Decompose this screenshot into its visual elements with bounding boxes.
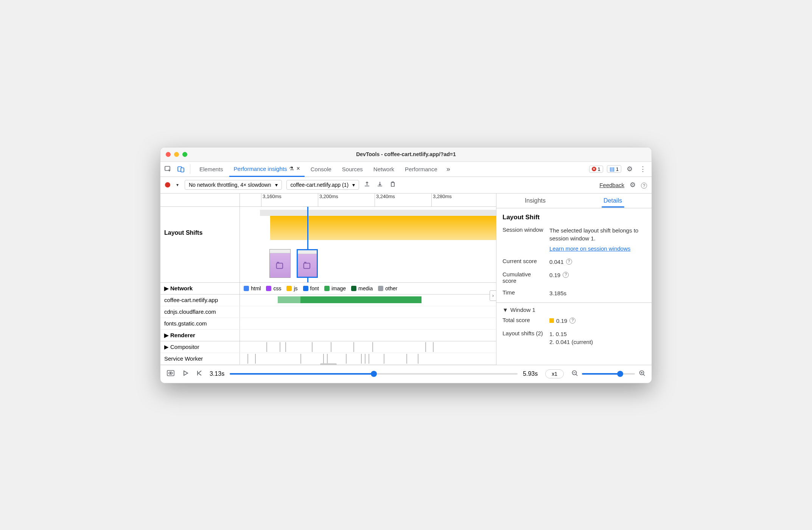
time-range-slider[interactable]: 3.13s 5.93s [210, 370, 538, 377]
delete-icon[interactable] [389, 181, 396, 189]
sidebar-tab-insights[interactable]: Insights [496, 194, 574, 208]
total-score-value: 0.19 [556, 317, 567, 325]
current-score-value: 0.041 [549, 258, 564, 266]
score-color-swatch [549, 318, 554, 323]
close-window-button[interactable] [166, 152, 171, 157]
throttling-select[interactable]: No network throttling, 4× slowdown▾ [185, 180, 282, 190]
renderer-row[interactable]: Service Worker [160, 353, 496, 365]
window-title: DevTools - coffee-cart.netlify.app/?ad=1 [356, 151, 456, 157]
details-panel: Insights Details Layout Shift Session wi… [496, 194, 652, 365]
zoom-window-button[interactable] [182, 152, 187, 157]
errors-badge[interactable]: ✕1 [589, 166, 603, 173]
tab-sources[interactable]: Sources [338, 161, 367, 177]
experiment-icon: ⚗ [289, 166, 294, 172]
layout-shifts-row: Layout Shifts [160, 207, 496, 283]
network-header-row: ▶ Network html css js font image media o… [160, 283, 496, 294]
learn-more-link[interactable]: Learn more on session windows [549, 245, 630, 253]
tab-performance[interactable]: Performance [400, 161, 442, 177]
skip-back-icon[interactable] [196, 370, 202, 378]
export-icon[interactable] [364, 181, 370, 189]
tab-network[interactable]: Network [369, 161, 399, 177]
tab-console[interactable]: Console [306, 161, 336, 177]
zoom-slider[interactable] [582, 373, 635, 375]
network-host-label: cdnjs.cloudflare.com [160, 306, 240, 318]
renderer-header-row: ▶ Renderer [160, 330, 496, 341]
settings-icon[interactable]: ⚙ [625, 165, 634, 173]
time-label: Time [502, 289, 544, 296]
current-score-label: Current score [502, 258, 544, 264]
close-tab-icon[interactable]: × [296, 165, 300, 172]
renderer-row[interactable]: ▶ Compositor [160, 341, 496, 353]
svg-rect-2 [181, 168, 184, 172]
renderer-row-label[interactable]: ▶ Compositor [160, 341, 240, 353]
layout-shifts-track[interactable] [240, 207, 496, 282]
panel-settings-icon[interactable]: ⚙ [630, 181, 636, 189]
playback-footer: 3.13s 5.93s x1 [160, 365, 652, 383]
session-window-bar [270, 216, 496, 240]
play-icon[interactable] [182, 370, 188, 378]
zoom-in-icon[interactable] [639, 370, 646, 378]
device-toolbar-icon[interactable] [177, 165, 185, 173]
session-window-value: The selected layout shift belongs to ses… [549, 226, 646, 253]
sidebar-tabs: Insights Details [496, 194, 652, 208]
target-select[interactable]: coffee-cart.netlify.app (1)▾ [286, 180, 359, 190]
legend-other: other [385, 285, 397, 291]
legend-font: font [310, 285, 319, 291]
import-icon[interactable] [376, 181, 383, 189]
ruler-tick: 3,280ms [431, 194, 452, 206]
svg-rect-3 [277, 263, 283, 268]
zoom-out-icon[interactable] [571, 370, 578, 378]
devtools-tabs-row: Elements Performance insights ⚗ × Consol… [160, 162, 652, 177]
network-host-row[interactable]: coffee-cart.netlify.app [160, 294, 496, 306]
sidebar-tab-details[interactable]: Details [574, 194, 652, 208]
cumulative-score-value: 0.19 [549, 271, 560, 279]
time-ruler[interactable]: 3,160ms 3,200ms 3,240ms 3,280ms [240, 194, 496, 206]
minimize-window-button[interactable] [174, 152, 179, 157]
legend-image: image [331, 285, 346, 291]
resize-handle[interactable] [320, 363, 337, 365]
layout-shift-item[interactable]: 1. 0.15 [549, 330, 646, 338]
traffic-lights [166, 152, 187, 157]
record-menu-caret[interactable]: ▾ [175, 182, 180, 188]
network-host-label: coffee-cart.netlify.app [160, 294, 240, 306]
legend-css: css [273, 285, 281, 291]
svg-rect-4 [304, 263, 310, 268]
timeline-panel: 3,160ms 3,200ms 3,240ms 3,280ms Layout S… [160, 194, 496, 365]
titlebar: DevTools - coffee-cart.netlify.app/?ad=1 [160, 147, 652, 162]
network-host-row[interactable]: cdnjs.cloudflare.com [160, 306, 496, 318]
session-window-label: Session window [502, 226, 544, 233]
help-icon[interactable]: ? [569, 318, 576, 324]
window-1-toggle[interactable]: ▼ Window 1 [502, 307, 646, 313]
legend-js: js [294, 285, 297, 291]
inspect-element-icon[interactable] [164, 165, 172, 173]
help-icon[interactable]: ? [566, 259, 572, 265]
tab-performance-insights[interactable]: Performance insights ⚗ × [229, 162, 305, 177]
layout-shift-thumb-1[interactable] [269, 249, 291, 278]
layout-shift-thumb-2-selected[interactable] [297, 249, 318, 278]
cumulative-score-label: Cumulative score [502, 271, 544, 284]
more-tabs-button[interactable]: » [443, 165, 453, 173]
messages-badge[interactable]: ▤1 [607, 165, 621, 173]
layout-shifts-count-label: Layout shifts (2) [502, 330, 544, 336]
help-icon[interactable]: ? [641, 181, 647, 189]
network-section-toggle[interactable]: ▶ Network [160, 283, 240, 294]
range-end-label: 5.93s [523, 370, 538, 377]
legend-media: media [358, 285, 373, 291]
playback-speed-pill[interactable]: x1 [545, 369, 564, 378]
ruler-tick: 3,160ms [261, 194, 282, 206]
help-icon[interactable]: ? [563, 272, 569, 278]
more-options-icon[interactable]: ⋮ [638, 165, 648, 173]
range-start-label: 3.13s [210, 370, 224, 377]
record-button[interactable] [165, 182, 170, 188]
network-host-row[interactable]: fonts.gstatic.com [160, 318, 496, 330]
feedback-link[interactable]: Feedback [599, 182, 624, 188]
expand-sidebar-toggle[interactable]: › [490, 290, 496, 301]
session-window-bar-bg [260, 210, 496, 216]
ruler-tick: 3,240ms [375, 194, 395, 206]
renderer-section-toggle[interactable]: ▶ Renderer [160, 330, 240, 341]
layout-shift-item[interactable]: 2. 0.041 (current) [549, 338, 646, 346]
network-host-label: fonts.gstatic.com [160, 318, 240, 329]
tab-elements[interactable]: Elements [195, 161, 228, 177]
preview-icon[interactable] [166, 370, 175, 378]
devtools-window: DevTools - coffee-cart.netlify.app/?ad=1… [160, 147, 652, 383]
